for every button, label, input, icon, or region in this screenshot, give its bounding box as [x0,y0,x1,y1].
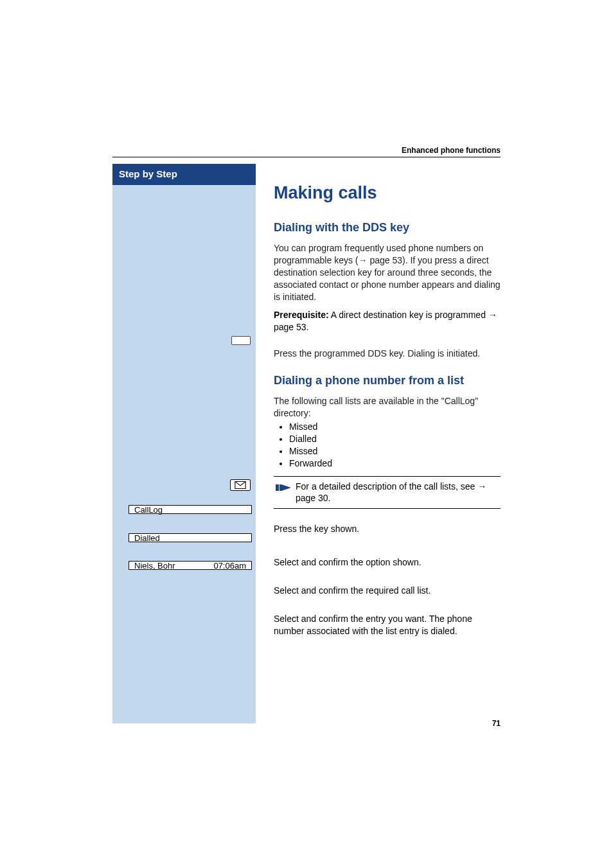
envelope-icon [235,481,246,489]
note-box: For a detailed description of the call l… [274,476,501,509]
entry-name: Niels, Bohr [134,561,175,571]
entry-step-text: Select and confirm the entry you want. T… [274,613,501,637]
dds-paragraph: You can program frequently used phone nu… [274,242,501,303]
display-box-calllog: CallLog [129,505,252,514]
page-title: Making calls [274,183,501,203]
display-label: Dialled [134,533,160,543]
note-text: For a detailed description of the call l… [296,481,501,505]
page: Enhanced phone functions Step by Step Ca… [0,0,613,868]
bullet-item: Missed [289,421,501,433]
columns: Step by Step CallLog Dialled Niels, Bo [112,164,501,723]
calllog-step-text: Select and confirm the option shown. [274,556,501,569]
list-heading: Dialing a phone number from a list [274,374,501,387]
sidebar-title: Step by Step [112,164,256,185]
entry-time: 07:06am [213,561,246,571]
svg-rect-1 [276,484,279,491]
press-key-text: Press the key shown. [274,523,501,535]
dds-heading: Dialing with the DDS key [274,221,501,235]
prereq-label: Prerequisite: [274,310,329,320]
bullet-item: Forwarded [289,457,501,470]
content: Making calls Dialing with the DDS key Yo… [256,164,501,723]
display-box-entry: Niels, Bohr 07:06am [129,561,252,570]
call-list-bullets: Missed Dialled Missed Forwarded [274,421,501,470]
list-intro: The following call lists are available i… [274,395,501,420]
dds-prerequisite: Prerequisite: A direct destination key i… [274,309,501,333]
svg-rect-2 [280,484,281,491]
page-number: 71 [492,719,501,728]
mail-key-icon [230,479,251,491]
bullet-item: Missed [289,445,501,457]
dialled-step-text: Select and confirm the required call lis… [274,585,501,597]
bullet-item: Dialled [289,433,501,445]
dds-press-text: Press the programmed DDS key. Dialing is… [274,348,501,359]
display-box-dialled: Dialled [129,533,252,542]
dds-key-icon [231,336,251,345]
sidebar: Step by Step CallLog Dialled Niels, Bo [112,164,256,723]
note-arrow-icon [274,481,296,493]
header-bar: Enhanced phone functions [112,146,501,157]
display-label: CallLog [134,505,163,515]
sidebar-body: CallLog Dialled Niels, Bohr 07:06am [112,185,256,723]
header-section-title: Enhanced phone functions [402,146,501,155]
